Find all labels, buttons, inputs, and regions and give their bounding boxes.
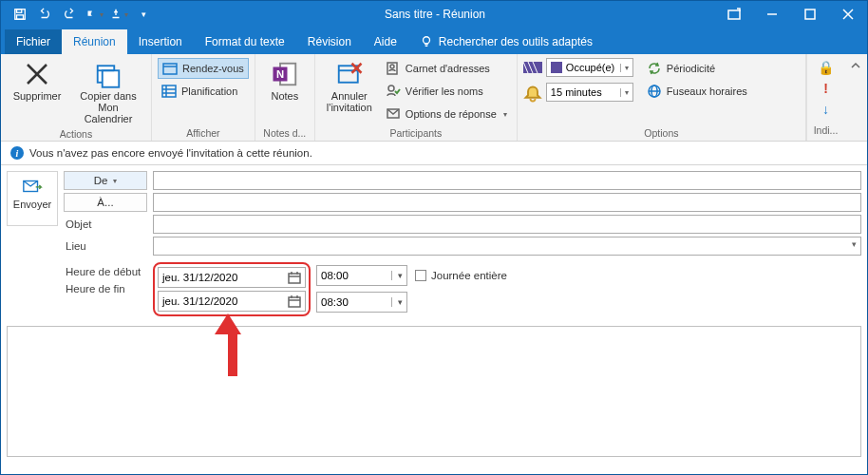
subject-label: Objet	[64, 218, 147, 230]
reminder-dropdown[interactable]: 15 minutes▾	[546, 83, 633, 102]
tab-file[interactable]: Fichier	[5, 29, 62, 54]
svg-rect-14	[163, 64, 177, 74]
to-field[interactable]	[153, 193, 861, 212]
response-options-button[interactable]: Options de réponse▾	[382, 104, 511, 124]
response-options-icon	[386, 106, 401, 122]
importance-low-icon[interactable]: ↓	[822, 102, 829, 117]
title-bar: ▾ ▾ ▾ Sans titre - Réunion	[1, 1, 867, 28]
appointment-button[interactable]: Rendez-vous	[158, 58, 249, 79]
window-controls	[715, 1, 867, 28]
svg-point-29	[388, 86, 394, 91]
svg-point-28	[390, 65, 394, 68]
group-label-participants: Participants	[321, 125, 511, 139]
svg-rect-2	[17, 15, 24, 19]
subject-field[interactable]	[153, 215, 861, 234]
svg-rect-3	[728, 10, 740, 19]
end-date-field[interactable]: jeu. 31/12/2020	[158, 291, 306, 312]
collapse-ribbon-icon[interactable]	[844, 54, 867, 141]
svg-rect-40	[289, 297, 300, 307]
scheduling-icon	[161, 84, 177, 99]
date-highlight-annotation: jeu. 31/12/2020 jeu. 31/12/2020	[153, 262, 311, 316]
show-as-icon	[523, 60, 542, 75]
start-time-field[interactable]: 08:00▾	[316, 265, 407, 286]
info-icon: i	[10, 146, 24, 160]
lock-icon[interactable]: 🔒	[818, 60, 834, 75]
qat-customize-icon[interactable]: ▾	[132, 3, 155, 26]
callout-arrow-annotation	[223, 314, 241, 376]
close-icon[interactable]	[829, 1, 867, 28]
tab-insert[interactable]: Insertion	[127, 29, 194, 54]
ribbon-group-options: Occupé(e)▾ 15 minutes▾ Périodicité Fusea…	[518, 54, 806, 141]
quick-access-toolbar: ▾ ▾ ▾	[1, 3, 155, 26]
body-editor[interactable]	[7, 326, 861, 457]
lightbulb-icon	[420, 35, 433, 48]
window-title: Sans titre - Réunion	[155, 8, 715, 21]
cancel-invitation-button[interactable]: Annuler l'invitation	[321, 58, 378, 115]
check-names-icon	[386, 84, 401, 99]
checkbox-icon	[415, 270, 426, 281]
svg-rect-1	[17, 10, 22, 13]
svg-rect-12	[103, 70, 120, 87]
check-names-button[interactable]: Vérifier les noms	[382, 81, 511, 102]
ribbon-group-indicators: 🔒 ! ↓ Indi...	[806, 54, 844, 141]
recurrence-button[interactable]: Périodicité	[643, 58, 751, 79]
delete-button[interactable]: Supprimer	[7, 58, 67, 104]
address-book-button[interactable]: Carnet d'adresses	[382, 58, 511, 79]
start-date-field[interactable]: jeu. 31/12/2020	[158, 267, 306, 288]
tab-review[interactable]: Révision	[296, 29, 363, 54]
start-label: Heure de début	[64, 266, 147, 277]
ribbon: Supprimer Copier dans Mon Calendrier Act…	[1, 54, 867, 142]
send-button[interactable]: Envoyer	[7, 171, 58, 226]
calendar-picker-icon[interactable]	[288, 271, 301, 284]
group-label-options: Options	[523, 125, 800, 139]
location-label: Lieu	[64, 240, 147, 252]
svg-rect-36	[289, 274, 300, 283]
ribbon-display-icon[interactable]	[715, 1, 753, 28]
scheduling-button[interactable]: Planification	[158, 81, 249, 102]
from-button[interactable]: De▾	[64, 171, 147, 190]
svg-rect-16	[162, 86, 176, 97]
copy-calendar-button[interactable]: Copier dans Mon Calendrier	[71, 58, 145, 126]
ribbon-group-notes: N Notes Notes d...	[255, 54, 315, 141]
minimize-icon[interactable]	[753, 1, 791, 28]
notes-button[interactable]: N Notes	[261, 58, 309, 104]
group-label-show: Afficher	[158, 125, 249, 139]
save-icon[interactable]	[9, 3, 31, 26]
ribbon-group-actions: Supprimer Copier dans Mon Calendrier Act…	[1, 54, 152, 141]
send-icon	[22, 178, 43, 195]
location-field[interactable]	[153, 237, 861, 256]
show-as-dropdown[interactable]: Occupé(e)▾	[546, 58, 633, 77]
all-day-checkbox[interactable]: Journée entière	[415, 270, 507, 281]
delete-icon	[23, 60, 51, 88]
tab-format[interactable]: Format du texte	[194, 29, 296, 54]
ribbon-tabs: Fichier Réunion Insertion Format du text…	[1, 28, 867, 54]
svg-rect-5	[805, 10, 815, 19]
end-time-field[interactable]: 08:30▾	[316, 292, 407, 313]
onenote-icon: N	[271, 60, 299, 88]
ribbon-group-show: Rendez-vous Planification Afficher	[152, 54, 255, 141]
ribbon-group-participants: Annuler l'invitation Carnet d'adresses V…	[315, 54, 518, 141]
maximize-icon[interactable]	[791, 1, 829, 28]
touch-mode-icon[interactable]: ▾	[107, 3, 130, 26]
forward-icon[interactable]: ▾	[83, 3, 105, 26]
recurrence-icon	[647, 61, 662, 76]
svg-point-8	[423, 37, 429, 44]
calendar-copy-icon	[94, 60, 123, 88]
tab-meeting[interactable]: Réunion	[62, 29, 127, 54]
meeting-form: Envoyer De▾ À... Objet Lieu Heure de déb…	[1, 165, 867, 322]
globe-icon	[647, 84, 662, 99]
cancel-invitation-icon	[335, 60, 364, 88]
from-field[interactable]	[153, 171, 861, 190]
end-label: Heure de fin	[64, 283, 147, 294]
redo-icon[interactable]	[58, 3, 81, 26]
tab-help[interactable]: Aide	[363, 29, 408, 54]
appointment-icon	[162, 61, 178, 76]
group-label-actions: Actions	[7, 126, 145, 140]
undo-icon[interactable]	[33, 3, 56, 26]
tell-me-search[interactable]: Rechercher des outils adaptés	[408, 29, 604, 54]
importance-high-icon[interactable]: !	[823, 81, 828, 96]
calendar-picker-icon[interactable]	[288, 294, 301, 308]
to-button[interactable]: À...	[64, 193, 147, 212]
timezones-button[interactable]: Fuseaux horaires	[643, 81, 751, 102]
svg-text:N: N	[276, 68, 284, 80]
